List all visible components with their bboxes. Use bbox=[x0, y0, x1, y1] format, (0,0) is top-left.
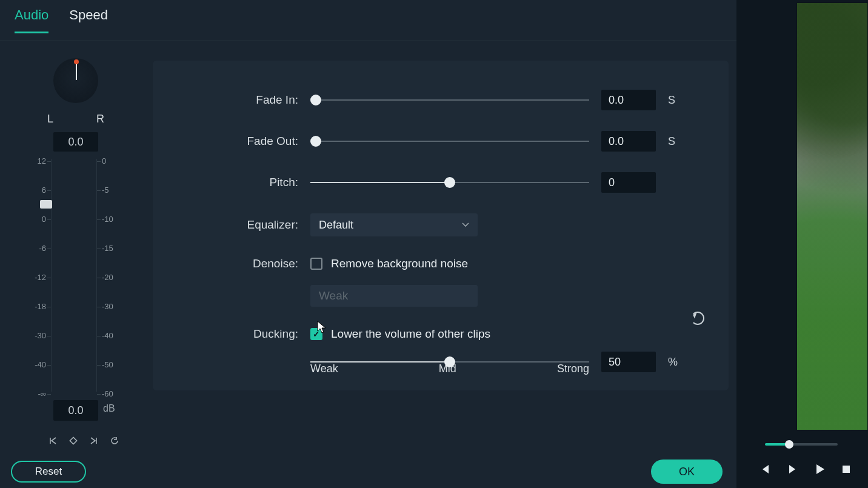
step-back-icon[interactable] bbox=[759, 464, 771, 475]
chevron-down-icon bbox=[462, 222, 469, 227]
balance-value-input[interactable]: 0.0 bbox=[53, 132, 98, 152]
balance-knob[interactable] bbox=[53, 58, 98, 103]
fade-in-unit: S bbox=[668, 94, 692, 107]
denoise-checkbox[interactable] bbox=[310, 258, 322, 270]
meter-tick-right: -50 bbox=[102, 360, 122, 369]
settings-card: Fade In: 0.0 S Fade Out: 0.0 S Pitch: bbox=[153, 61, 729, 390]
volume-meter[interactable]: 1206-50-10-6-15-12-20-18-30-30-40-40-50-… bbox=[25, 154, 122, 396]
knob-dot-icon bbox=[74, 59, 79, 64]
meter-tick-left: 12 bbox=[25, 156, 46, 165]
pitch-value-input[interactable]: 0 bbox=[601, 172, 656, 193]
meter-rail-left bbox=[51, 159, 52, 392]
meter-tick-left: -40 bbox=[25, 360, 46, 369]
fade-in-row: Fade In: 0.0 S bbox=[177, 90, 704, 110]
meter-tick-left: -18 bbox=[25, 302, 46, 311]
fade-out-unit: S bbox=[668, 135, 692, 148]
meter-tick-right: -5 bbox=[102, 186, 122, 195]
reset-button[interactable]: Reset bbox=[11, 461, 86, 483]
play-icon[interactable] bbox=[815, 463, 826, 475]
balance-right-label: R bbox=[96, 113, 104, 125]
denoise-row: Denoise: Remove background noise bbox=[177, 257, 704, 270]
fade-in-value-input[interactable]: 0.0 bbox=[601, 90, 656, 110]
meter-tick-left: -12 bbox=[25, 273, 46, 282]
tab-speed[interactable]: Speed bbox=[69, 7, 108, 32]
meter-rail-right bbox=[96, 159, 97, 392]
fade-out-label: Fade Out: bbox=[177, 135, 298, 148]
keyframe-controls bbox=[48, 436, 119, 445]
denoise-strength-select: Weak bbox=[310, 285, 478, 307]
ducking-reset-icon[interactable] bbox=[691, 312, 704, 325]
fade-in-slider[interactable] bbox=[310, 95, 589, 105]
playback-controls bbox=[759, 463, 851, 475]
knob-indicator bbox=[76, 62, 77, 80]
volume-slider-thumb[interactable] bbox=[40, 200, 52, 209]
fade-out-slider[interactable] bbox=[310, 136, 589, 147]
video-preview[interactable] bbox=[796, 2, 868, 430]
tab-audio[interactable]: Audio bbox=[15, 7, 48, 33]
equalizer-label: Equalizer: bbox=[177, 218, 298, 232]
meter-tick-left: 6 bbox=[25, 186, 46, 195]
meter-tick-left: -30 bbox=[25, 331, 46, 340]
fade-out-row: Fade Out: 0.0 S bbox=[177, 131, 704, 152]
zoom-slider[interactable] bbox=[765, 440, 838, 449]
meter-tick-left: -∞ bbox=[25, 389, 46, 398]
meter-tick-right: 0 bbox=[102, 156, 122, 165]
meter-tick-right: -30 bbox=[102, 302, 122, 311]
meter-tick-right: -20 bbox=[102, 273, 122, 282]
svg-rect-0 bbox=[70, 437, 76, 444]
ok-button[interactable]: OK bbox=[651, 460, 723, 484]
ducking-value-input[interactable]: 50 bbox=[601, 352, 656, 372]
meter-tick-right: -60 bbox=[102, 389, 122, 398]
step-forward-icon[interactable] bbox=[787, 464, 799, 475]
balance-lr-labels: L R bbox=[47, 113, 104, 125]
prev-keyframe-icon[interactable] bbox=[48, 436, 57, 445]
balance-left-label: L bbox=[47, 113, 53, 125]
ducking-slider[interactable] bbox=[310, 356, 589, 367]
meter-tick-left: -6 bbox=[25, 244, 46, 253]
pitch-slider[interactable] bbox=[310, 177, 589, 188]
equalizer-select[interactable]: Default bbox=[310, 213, 478, 236]
audio-settings-panel: Audio Speed L R 0.0 1206-50-10-6-15-12-2… bbox=[0, 0, 736, 488]
add-keyframe-icon[interactable] bbox=[69, 436, 78, 445]
meter-tick-right: -10 bbox=[102, 215, 122, 224]
tabs: Audio Speed bbox=[0, 0, 736, 41]
fade-out-value-input[interactable]: 0.0 bbox=[601, 131, 656, 152]
gain-value-input[interactable]: 0.0 bbox=[53, 400, 98, 421]
denoise-label: Denoise: bbox=[177, 257, 298, 270]
meter-tick-left: 0 bbox=[25, 215, 46, 224]
equalizer-row: Equalizer: Default bbox=[177, 213, 704, 236]
meter-tick-right: -15 bbox=[102, 244, 122, 253]
meter-tick-right: -40 bbox=[102, 331, 122, 340]
pitch-label: Pitch: bbox=[177, 176, 298, 189]
stop-icon[interactable] bbox=[841, 464, 851, 474]
pitch-row: Pitch: 0 bbox=[177, 172, 704, 193]
denoise-checkbox-label: Remove background noise bbox=[331, 257, 468, 270]
ducking-unit: % bbox=[668, 356, 692, 369]
db-unit-label: dB bbox=[103, 403, 115, 414]
denoise-strength-row: Weak bbox=[177, 285, 704, 307]
reset-keyframe-icon[interactable] bbox=[110, 436, 119, 445]
ducking-checkbox-label: Lower the volume of other clips bbox=[331, 327, 490, 341]
ducking-row: Ducking: Lower the volume of other clips bbox=[177, 327, 704, 341]
svg-rect-1 bbox=[843, 466, 850, 473]
equalizer-value: Default bbox=[319, 219, 353, 232]
ducking-label: Ducking: bbox=[177, 327, 298, 341]
next-keyframe-icon[interactable] bbox=[90, 436, 98, 445]
fade-in-label: Fade In: bbox=[177, 93, 298, 107]
ducking-checkbox[interactable] bbox=[310, 328, 322, 340]
